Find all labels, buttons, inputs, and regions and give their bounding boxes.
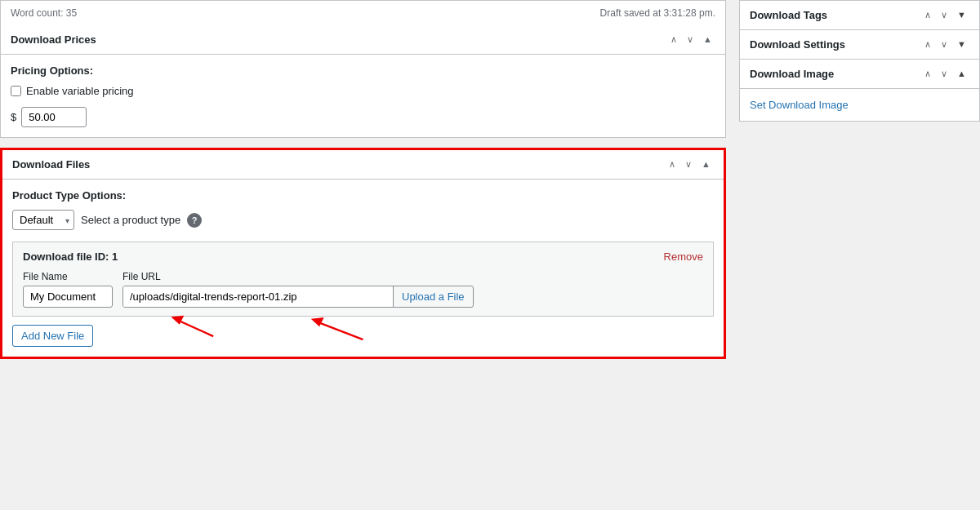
enable-variable-pricing-label: Enable variable pricing [26,85,134,97]
prices-collapse-btn[interactable]: ∧ [667,33,680,46]
files-down-btn[interactable]: ∨ [682,158,695,171]
file-url-label: File URL [122,271,474,282]
download-prices-panel: Download Prices ∧ ∨ ▲ Pricing Options: E… [0,25,726,138]
sidebar-download-tags-panel: Download Tags ∧ ∨ ▼ [739,0,980,29]
file-id-label: Download file ID: 1 [23,251,118,263]
add-new-file-button[interactable]: Add New File [12,325,93,347]
download-files-title: Download Files [12,158,90,171]
pricing-options-label: Pricing Options: [11,64,715,77]
download-prices-header: Download Prices ∧ ∨ ▲ [1,25,725,55]
sidebar-download-settings-header: Download Settings ∧ ∨ ▼ [740,30,979,59]
file-section-header: Download file ID: 1 Remove [23,251,703,263]
word-count: Word count: 35 [11,7,77,19]
tags-down-btn[interactable]: ∨ [938,9,951,21]
top-bar: Word count: 35 Draft saved at 3:31:28 pm… [0,0,726,25]
enable-variable-pricing-checkbox[interactable] [11,86,21,96]
download-files-header: Download Files ∧ ∨ ▲ [2,150,724,180]
price-input[interactable] [21,107,87,127]
remove-link[interactable]: Remove [664,251,703,263]
download-prices-body: Pricing Options: Enable variable pricing… [1,55,725,137]
prices-toggle-btn[interactable]: ▲ [700,33,715,46]
product-type-select[interactable]: Default [12,210,74,230]
file-fields: File Name File URL Upload a File [23,271,703,308]
download-files-panel-wrapper: Download Files ∧ ∨ ▲ Product Type Option… [0,148,726,369]
prices-down-btn[interactable]: ∨ [684,33,697,46]
sidebar-image-controls: ∧ ∨ ▲ [921,68,969,80]
sidebar-download-tags-header: Download Tags ∧ ∨ ▼ [740,1,979,29]
dollar-sign: $ [11,111,16,123]
file-name-group: File Name [23,271,113,308]
file-url-input[interactable] [123,286,393,307]
sidebar-tags-controls: ∧ ∨ ▼ [921,9,969,21]
tags-up-btn[interactable]: ∧ [921,9,934,21]
sidebar-download-image-title: Download Image [750,68,834,80]
help-icon[interactable]: ? [187,213,202,228]
files-toggle-btn[interactable]: ▲ [698,158,714,171]
sidebar-download-image-panel: Download Image ∧ ∨ ▲ Set Download Image [739,59,980,122]
enable-variable-pricing-row: Enable variable pricing [11,85,715,97]
file-section: Download file ID: 1 Remove File Name Fil… [12,242,714,317]
download-prices-title: Download Prices [11,33,96,46]
file-name-input[interactable] [23,286,113,308]
sidebar-download-settings-title: Download Settings [750,38,845,51]
select-a-product-type-label: Select a product type [81,214,180,226]
sidebar-download-settings-panel: Download Settings ∧ ∨ ▼ [739,29,980,59]
tags-toggle-btn[interactable]: ▼ [954,9,969,21]
download-files-body: Product Type Options: Default ▾ Select a… [2,180,724,357]
settings-down-btn[interactable]: ∨ [938,38,951,51]
file-url-wrap: Upload a File [122,286,474,308]
sidebar-download-image-body: Set Download Image [740,88,979,121]
upload-file-button[interactable]: Upload a File [393,286,473,307]
file-name-label: File Name [23,271,113,282]
product-type-row: Default ▾ Select a product type ? [12,210,714,230]
price-row: $ [11,107,715,127]
sidebar: Download Tags ∧ ∨ ▼ Download Settings ∧ … [739,0,980,510]
product-type-select-wrap: Default ▾ [12,210,74,230]
image-down-btn[interactable]: ∨ [938,68,951,80]
settings-toggle-btn[interactable]: ▼ [954,38,969,51]
image-toggle-btn[interactable]: ▲ [954,68,969,80]
product-type-options-label: Product Type Options: [12,189,714,202]
sidebar-download-image-header: Download Image ∧ ∨ ▲ [740,60,979,88]
sidebar-settings-controls: ∧ ∨ ▼ [921,38,969,51]
image-up-btn[interactable]: ∧ [921,68,934,80]
draft-saved: Draft saved at 3:31:28 pm. [600,7,715,19]
download-prices-controls: ∧ ∨ ▲ [667,33,715,46]
file-url-group: File URL Upload a File [122,271,474,308]
files-up-btn[interactable]: ∧ [666,158,679,171]
set-download-image-link[interactable]: Set Download Image [750,99,849,111]
download-files-controls: ∧ ∨ ▲ [666,158,714,171]
sidebar-download-tags-title: Download Tags [750,9,827,21]
settings-up-btn[interactable]: ∧ [921,38,934,51]
download-files-panel: Download Files ∧ ∨ ▲ Product Type Option… [0,148,726,359]
